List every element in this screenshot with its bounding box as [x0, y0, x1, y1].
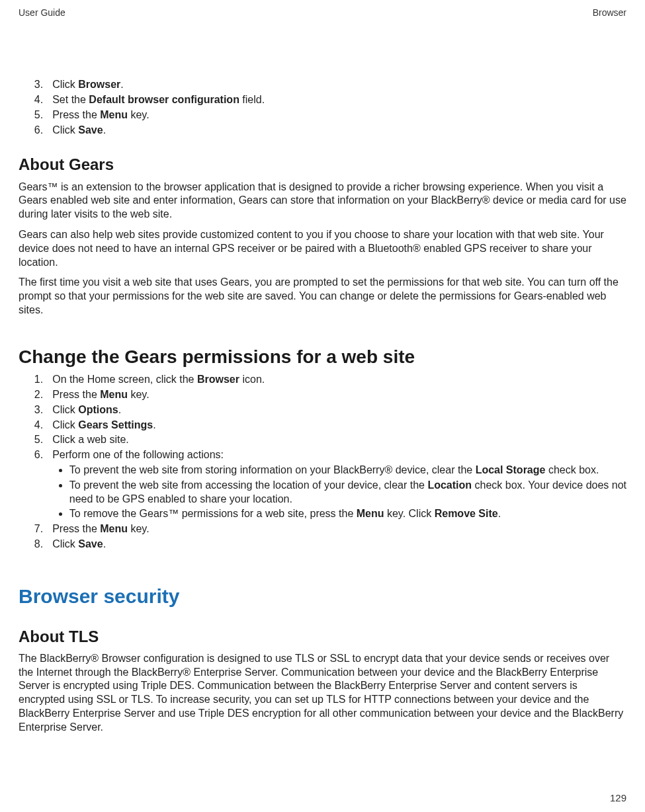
about-gears-body: Gears™ is an extension to the browser ap…: [19, 181, 626, 317]
list-item: Press the Menu key.: [46, 522, 626, 536]
change-gears-title: Change the Gears permissions for a web s…: [19, 345, 626, 369]
bold-term: Menu: [100, 389, 128, 400]
about-tls-title: About TLS: [19, 626, 626, 647]
intro-steps: Click Browser.Set the Default browser co…: [19, 78, 626, 137]
bold-term: Menu: [357, 508, 384, 519]
paragraph: Gears™ is an extension to the browser ap…: [19, 181, 626, 222]
list-item: To remove the Gears™ permissions for a w…: [69, 507, 626, 521]
change-gears-steps: On the Home screen, click the Browser ic…: [19, 373, 626, 551]
page: User Guide Browser Click Browser.Set the…: [0, 0, 645, 812]
list-item: Click a web site.: [46, 433, 626, 447]
bold-term: Menu: [100, 109, 128, 120]
bold-term: Location: [427, 479, 472, 491]
bold-term: Menu: [100, 523, 128, 534]
list-item: To prevent the web site from accessing t…: [69, 479, 626, 507]
browser-security-title: Browser security: [19, 583, 626, 609]
list-item: Click Save.: [46, 538, 626, 551]
bold-term: Default browser configuration: [89, 94, 239, 105]
list-item: Press the Menu key.: [46, 388, 626, 402]
bold-term: Gears Settings: [78, 419, 153, 430]
header-right: Browser: [593, 7, 626, 19]
page-number: 129: [610, 792, 626, 805]
bold-term: Save: [78, 538, 103, 549]
list-item: On the Home screen, click the Browser ic…: [46, 373, 626, 387]
bold-term: Remove Site: [435, 508, 498, 519]
list-item: To prevent the web site from storing inf…: [69, 464, 626, 477]
list-item: Perform one of the following actions:To …: [46, 448, 626, 521]
bold-term: Options: [78, 404, 118, 415]
list-item: Click Options.: [46, 403, 626, 417]
about-tls-paragraph: The BlackBerry® Browser configuration is…: [19, 652, 626, 735]
list-item: Set the Default browser configuration fi…: [46, 93, 626, 107]
bold-term: Browser: [78, 79, 120, 90]
about-gears-title: About Gears: [19, 154, 626, 175]
header-left: User Guide: [19, 7, 65, 19]
bold-term: Save: [78, 124, 103, 136]
paragraph: Gears can also help web sites provide cu…: [19, 228, 626, 269]
paragraph: The first time you visit a web site that…: [19, 276, 626, 317]
list-item: Click Browser.: [46, 78, 626, 92]
sub-bullets: To prevent the web site from storing inf…: [52, 464, 626, 521]
list-item: Click Gears Settings.: [46, 419, 626, 432]
list-item: Press the Menu key.: [46, 108, 626, 122]
list-item: Click Save.: [46, 124, 626, 138]
bold-term: Browser: [197, 374, 239, 385]
page-header: User Guide Browser: [19, 7, 626, 19]
bold-term: Local Storage: [476, 464, 546, 475]
